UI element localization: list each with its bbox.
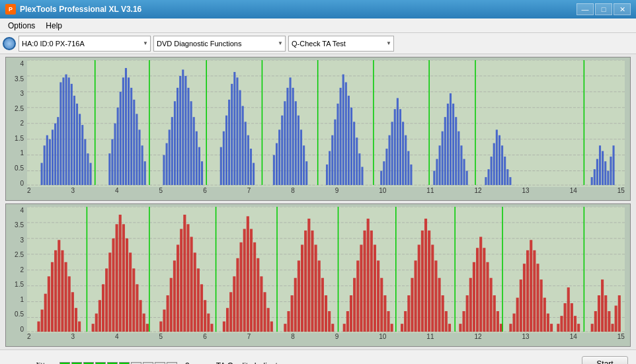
start-button[interactable]: Start [582, 356, 628, 365]
svg-rect-32 [117, 108, 119, 185]
svg-rect-50 [182, 69, 184, 185]
svg-rect-21 [71, 84, 73, 185]
svg-rect-277 [493, 295, 496, 332]
svg-rect-299 [577, 324, 580, 332]
svg-rect-67 [245, 122, 247, 185]
svg-rect-103 [394, 109, 396, 185]
svg-rect-71 [273, 155, 275, 185]
svg-rect-227 [301, 244, 303, 332]
svg-rect-86 [331, 135, 333, 185]
drive-select[interactable]: HA:0 ID:0 PX-716A [19, 36, 151, 52]
svg-rect-29 [108, 153, 110, 185]
svg-rect-225 [294, 277, 297, 331]
minimize-button[interactable]: — [576, 3, 594, 15]
svg-rect-98 [380, 171, 382, 186]
svg-rect-130 [504, 157, 506, 185]
svg-rect-208 [226, 308, 229, 332]
svg-rect-235 [328, 310, 331, 331]
svg-rect-230 [311, 230, 313, 331]
svg-rect-124 [487, 169, 489, 185]
test-select[interactable]: Q-Check TA Test [288, 36, 394, 52]
svg-rect-81 [300, 129, 302, 185]
svg-rect-262 [434, 260, 437, 332]
svg-rect-209 [229, 292, 232, 332]
app-icon: P [5, 4, 16, 15]
ta-quality-label: TA Quality Indicator: [216, 361, 287, 364]
svg-rect-165 [51, 262, 54, 331]
jitter-row: Jitter: 3 [8, 361, 190, 365]
svg-rect-172 [75, 308, 77, 332]
svg-rect-132 [509, 177, 511, 185]
svg-rect-167 [58, 240, 60, 332]
svg-rect-80 [298, 116, 299, 185]
top-chart-container: 4 3.5 3 2.5 2 1.5 1 0.5 0 [5, 57, 631, 201]
svg-rect-296 [567, 287, 570, 332]
svg-rect-117 [452, 104, 454, 185]
svg-rect-93 [350, 108, 352, 185]
jitter-seg-2 [71, 362, 82, 365]
svg-rect-96 [358, 153, 360, 185]
svg-rect-87 [334, 120, 336, 185]
svg-rect-128 [498, 135, 500, 185]
svg-rect-298 [574, 316, 576, 332]
svg-rect-176 [99, 300, 101, 332]
svg-rect-92 [348, 96, 350, 185]
svg-rect-239 [350, 295, 352, 332]
svg-rect-90 [342, 75, 344, 186]
svg-rect-206 [210, 324, 213, 332]
svg-rect-100 [385, 149, 387, 185]
svg-rect-95 [356, 137, 358, 185]
svg-rect-275 [486, 262, 489, 331]
svg-rect-258 [421, 230, 424, 331]
svg-rect-249 [383, 295, 386, 332]
svg-rect-261 [431, 244, 434, 332]
jitter-seg-5 [107, 362, 118, 365]
svg-rect-164 [48, 276, 50, 332]
svg-rect-37 [130, 88, 132, 185]
svg-rect-305 [608, 310, 610, 331]
drive-select-wrap[interactable]: HA:0 ID:0 PX-716A [19, 36, 151, 52]
top-chart-x-labels: 2 3 4 5 6 7 8 9 10 11 12 13 14 15 [27, 187, 625, 199]
title-bar-left: P PlexTools Professional XL V3.16 [5, 4, 141, 15]
svg-rect-304 [604, 295, 607, 332]
test-select-wrap[interactable]: Q-Check TA Test [288, 36, 394, 52]
svg-rect-76 [286, 88, 288, 185]
svg-rect-242 [360, 244, 362, 332]
svg-rect-84 [326, 164, 328, 185]
svg-rect-229 [307, 218, 310, 331]
bottom-panel: Jitter: 3 Peak Shift: [0, 349, 636, 364]
svg-rect-161 [37, 321, 40, 332]
svg-rect-293 [557, 324, 559, 332]
jitter-value: 3 [185, 361, 190, 365]
jitter-seg-9 [155, 362, 165, 365]
svg-rect-30 [111, 139, 113, 185]
jitter-seg-10 [167, 362, 177, 365]
svg-rect-99 [383, 161, 385, 185]
bottom-chart-svg [27, 207, 625, 334]
menu-options[interactable]: Options [3, 20, 40, 32]
svg-rect-58 [220, 147, 222, 185]
svg-rect-285 [526, 250, 529, 331]
svg-rect-17 [60, 83, 61, 186]
svg-rect-268 [462, 310, 465, 331]
function-select-wrap[interactable]: DVD Diagnostic Functions [153, 36, 286, 52]
svg-rect-238 [346, 310, 349, 331]
drive-icon [3, 37, 16, 50]
svg-rect-78 [292, 88, 294, 185]
svg-rect-28 [90, 163, 92, 186]
svg-rect-184 [126, 238, 128, 331]
close-button[interactable]: ✕ [614, 3, 631, 15]
menu-help[interactable]: Help [40, 20, 67, 32]
svg-rect-270 [469, 277, 472, 331]
svg-rect-185 [129, 252, 132, 332]
svg-rect-64 [236, 77, 238, 185]
svg-rect-113 [442, 131, 444, 185]
bottom-chart-area [27, 207, 625, 334]
function-select[interactable]: DVD Diagnostic Functions [153, 36, 286, 52]
maximize-button[interactable]: □ [595, 3, 612, 15]
svg-rect-232 [318, 260, 321, 332]
app-title: PlexTools Professional XL V3.16 [20, 5, 141, 14]
svg-rect-257 [418, 244, 420, 332]
svg-rect-265 [445, 310, 448, 331]
svg-rect-169 [65, 262, 67, 331]
